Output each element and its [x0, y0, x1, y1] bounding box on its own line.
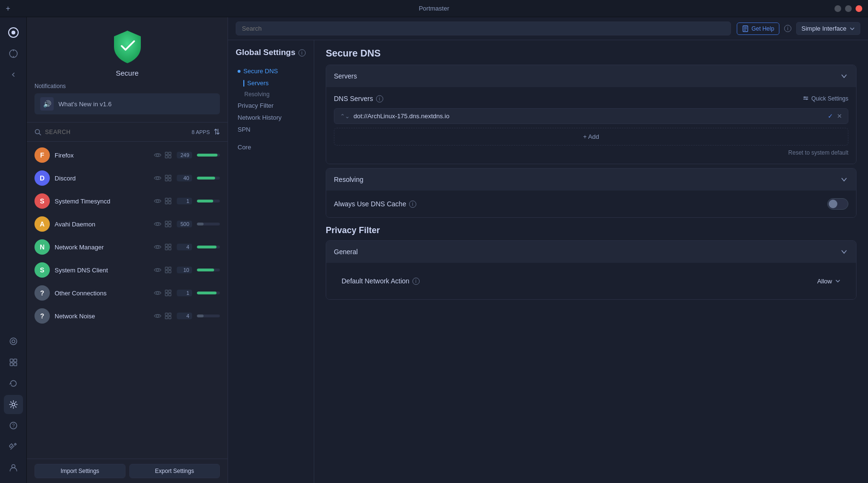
- apps-count: 8 APPS: [192, 129, 210, 135]
- dashboard-icon[interactable]: [4, 44, 23, 63]
- apps-icon[interactable]: [4, 353, 23, 372]
- app-avatar: S: [34, 193, 50, 209]
- grid-icon[interactable]: [164, 312, 172, 320]
- get-help-button[interactable]: Get Help: [737, 22, 779, 35]
- eye-icon[interactable]: [154, 289, 161, 297]
- refresh-icon[interactable]: [4, 374, 23, 393]
- svg-point-1: [11, 31, 15, 34]
- svg-rect-48: [165, 290, 168, 292]
- svg-rect-41: [169, 247, 171, 250]
- grid-icon[interactable]: [164, 220, 172, 228]
- eye-icon[interactable]: [154, 151, 161, 159]
- maximize-button[interactable]: [845, 5, 852, 12]
- page-info-icon[interactable]: i: [298, 49, 306, 56]
- eye-icon[interactable]: [154, 266, 161, 274]
- nav-item-core[interactable]: Core: [234, 141, 308, 153]
- reset-link[interactable]: Reset to system default: [334, 149, 848, 156]
- app-list-item[interactable]: S System DNS Client 10: [27, 258, 228, 281]
- app-list-item[interactable]: F Firefox 249: [27, 144, 228, 167]
- nav-item-spn[interactable]: SPN: [234, 124, 308, 135]
- general-accordion-header[interactable]: General: [326, 241, 856, 263]
- help-circle-icon[interactable]: ?: [4, 416, 23, 435]
- export-settings-button[interactable]: Export Settings: [129, 464, 220, 478]
- topbar-info-icon[interactable]: i: [784, 25, 791, 32]
- settings-icon[interactable]: [4, 395, 23, 414]
- dns-servers-title: DNS Servers i: [334, 95, 383, 102]
- sort-icon[interactable]: ⇅: [214, 127, 220, 136]
- user-icon[interactable]: [4, 458, 23, 477]
- svg-text:?: ?: [12, 423, 15, 428]
- traffic-bar: [197, 292, 220, 294]
- app-list-item[interactable]: S Systemd Timesyncd 1: [27, 190, 228, 213]
- app-list-item[interactable]: A Avahi Daemon 500: [27, 213, 228, 236]
- app-list-item[interactable]: ? Network Noise 4: [27, 304, 228, 327]
- eye-icon[interactable]: [154, 312, 161, 320]
- close-button[interactable]: [856, 5, 862, 12]
- nav-item-servers[interactable]: Servers: [234, 77, 308, 89]
- grid-icon[interactable]: [164, 151, 172, 159]
- grid-icon[interactable]: [164, 266, 172, 274]
- resolving-accordion-header[interactable]: Resolving: [326, 168, 856, 191]
- svg-rect-7: [10, 359, 13, 362]
- whats-new-bar[interactable]: 🔊 What's New in v1.6: [34, 93, 220, 114]
- dns-check-icon[interactable]: ✓: [828, 112, 833, 120]
- nav-item-resolving[interactable]: Resolving: [234, 89, 308, 100]
- grid-icon[interactable]: [164, 197, 172, 205]
- get-help-label: Get Help: [752, 25, 774, 32]
- eye-icon[interactable]: [154, 197, 161, 205]
- minimize-button[interactable]: [834, 5, 841, 12]
- svg-rect-34: [169, 221, 171, 224]
- page-title-row: Global Settings i: [234, 48, 308, 57]
- monitor-icon[interactable]: [4, 332, 23, 351]
- app-avatar: F: [34, 147, 50, 163]
- dns-cache-info-icon[interactable]: i: [409, 201, 416, 208]
- app-count-badge: 4: [177, 244, 192, 250]
- eye-icon[interactable]: [154, 220, 161, 228]
- quick-settings-button[interactable]: Quick Settings: [802, 95, 848, 102]
- app-list-item[interactable]: ? Other Connections 1: [27, 281, 228, 304]
- app-name: Systemd Timesyncd: [55, 198, 149, 205]
- app-count-badge: 4: [177, 313, 192, 319]
- add-icon[interactable]: +: [6, 4, 10, 13]
- collapse-icon[interactable]: [4, 65, 23, 84]
- app-list-item[interactable]: D Discord 40: [27, 167, 228, 190]
- dns-remove-icon[interactable]: ✕: [837, 112, 842, 120]
- servers-accordion-header[interactable]: Servers: [326, 65, 856, 87]
- grid-icon[interactable]: [164, 174, 172, 182]
- app-list-item[interactable]: N Network Manager 4: [27, 236, 228, 258]
- app-name: Network Manager: [55, 244, 149, 251]
- action-chevron-icon: [835, 278, 841, 284]
- grid-icon[interactable]: [164, 289, 172, 297]
- default-action-info-icon[interactable]: i: [412, 278, 420, 285]
- tools-icon[interactable]: [4, 437, 23, 456]
- eye-icon[interactable]: [154, 174, 161, 182]
- servers-accordion-body: DNS Servers i Quick Settings: [326, 87, 856, 164]
- add-dns-button[interactable]: + Add: [334, 128, 848, 146]
- traffic-bar: [197, 269, 220, 271]
- svg-rect-55: [165, 316, 168, 319]
- app-name: Firefox: [55, 152, 149, 159]
- search-input[interactable]: [45, 129, 188, 135]
- default-action-text: Default Network Action: [342, 277, 410, 285]
- svg-rect-51: [169, 293, 171, 296]
- nav-item-privacy-filter[interactable]: Privacy Filter: [234, 100, 308, 112]
- logo-icon[interactable]: [4, 23, 23, 42]
- dns-servers-info-icon[interactable]: i: [376, 95, 383, 102]
- global-search-input[interactable]: [236, 22, 731, 35]
- whats-new-text: What's New in v1.6: [58, 101, 112, 108]
- eye-icon[interactable]: [154, 243, 161, 251]
- app-name: System DNS Client: [55, 267, 149, 274]
- resolving-accordion: Resolving Always Use DNS Cache i: [326, 168, 857, 218]
- traffic-bar: [197, 154, 220, 157]
- dns-cache-toggle[interactable]: [827, 198, 848, 210]
- interface-selector[interactable]: Simple Interface: [796, 22, 860, 35]
- import-settings-button[interactable]: Import Settings: [34, 464, 126, 478]
- app-actions: [154, 266, 172, 274]
- grid-icon[interactable]: [164, 243, 172, 251]
- nav-item-secure-dns[interactable]: Secure DNS: [234, 65, 308, 77]
- book-icon: [742, 25, 749, 32]
- app-actions: [154, 197, 172, 205]
- default-action-selector[interactable]: Allow: [817, 278, 841, 285]
- nav-item-network-history[interactable]: Network History: [234, 112, 308, 124]
- svg-rect-39: [169, 244, 171, 247]
